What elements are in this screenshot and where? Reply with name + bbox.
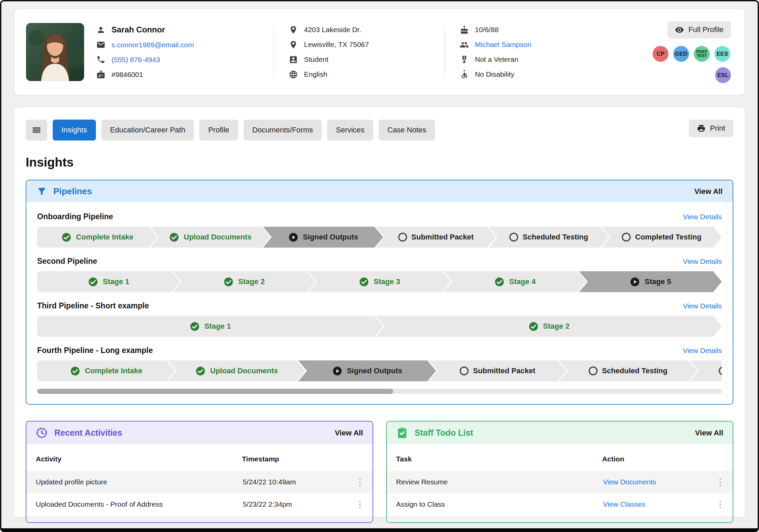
history-clock-icon	[36, 427, 48, 439]
recent-activities-card: Recent Activities View All Activity Time…	[26, 421, 373, 523]
clipboard-check-icon	[396, 427, 408, 439]
pipelines-view-all-link[interactable]: View All	[694, 187, 723, 196]
view-classes-link[interactable]: View Classes	[603, 500, 716, 508]
badge-esl: ESL	[715, 67, 731, 83]
pipelines-panel: Pipelines View All Onboarding Pipeline V…	[26, 180, 733, 405]
case-manager-link[interactable]: Michael Sampson	[475, 41, 531, 49]
kebab-menu-icon[interactable]	[716, 476, 725, 488]
hamburger-menu-button[interactable]	[26, 120, 47, 141]
id-row: #9846001	[96, 70, 274, 79]
badge-row-2: ESL	[653, 67, 731, 83]
pipeline-4-header: Fourth Pipeline - Long example View Deta…	[37, 346, 722, 355]
print-button[interactable]: Print	[689, 120, 733, 137]
activity-timestamp: 5/23/22 2:34pm	[243, 500, 356, 508]
kebab-menu-icon[interactable]	[716, 499, 725, 510]
recent-activities-title: Recent Activities	[54, 428, 122, 438]
pipeline-1-header: Onboarding Pipeline View Details	[37, 212, 722, 221]
funnel-icon	[36, 186, 47, 197]
stage-complete-intake[interactable]: Complete Intake	[37, 360, 175, 381]
stage-1[interactable]: Stage 1	[37, 271, 180, 292]
tab-insights[interactable]: Insights	[53, 120, 96, 141]
app-window: Sarah Connor s.connor1989@email.com (555…	[0, 0, 759, 532]
stage-completed-testing[interactable]: Completed Testing	[602, 227, 722, 248]
pipeline-1-view-details-link[interactable]: View Details	[683, 213, 722, 221]
birthday-value: 10/6/88	[475, 26, 499, 34]
stage-label: Complete Intake	[76, 233, 133, 242]
pipeline-horizontal-scrollbar[interactable]	[37, 389, 722, 394]
veteran-row: Not a Veteran	[460, 55, 651, 64]
stage-2[interactable]: Stage 2	[376, 316, 722, 337]
empty-circle-icon	[622, 233, 631, 242]
phone-link[interactable]: (555) 876-4943	[111, 56, 160, 64]
language-row: English	[289, 70, 445, 79]
stage-submitted-packet[interactable]: Submitted Packet	[376, 227, 496, 248]
tab-services[interactable]: Services	[327, 120, 373, 141]
check-circle-icon	[195, 366, 206, 376]
tab-profile[interactable]: Profile	[199, 120, 238, 141]
badge-cp: CP	[653, 46, 668, 62]
stage-2[interactable]: Stage 2	[173, 271, 315, 292]
todo-row: Assign to Class View Classes	[387, 493, 733, 515]
status-info-column: 10/6/88 Michael Sampson Not a Veteran No…	[445, 25, 651, 79]
stage-complete-intake[interactable]: Complete Intake	[37, 227, 157, 248]
stage-label: Stage 2	[238, 277, 264, 286]
disability-row: No Disability	[460, 70, 651, 79]
activity-timestamp: 5/24/22 10:49am	[243, 478, 356, 486]
activity-text: Uploaded Documents - Proof of Address	[36, 500, 243, 508]
scrollbar-thumb[interactable]	[37, 389, 393, 394]
pipelines-title: Pipelines	[53, 186, 92, 197]
stage-label: Stage 3	[374, 277, 400, 286]
email-link[interactable]: s.connor1989@email.com	[111, 41, 194, 49]
pipeline-2-view-details-link[interactable]: View Details	[683, 257, 722, 265]
kebab-menu-icon[interactable]	[356, 499, 364, 510]
pipeline-4-view-details-link[interactable]: View Details	[683, 347, 722, 355]
empty-circle-icon	[398, 233, 407, 242]
badge-post-test: POST TEST	[694, 46, 710, 62]
todo-table-header: Task Action	[387, 444, 733, 471]
tab-case-notes[interactable]: Case Notes	[379, 120, 435, 141]
stage-signed-outputs[interactable]: Signed Outputs	[263, 227, 383, 248]
stage-scheduled-testing[interactable]: Scheduled Testing	[559, 360, 697, 381]
stage-upload-documents[interactable]: Upload Documents	[168, 360, 305, 381]
student-id: #9846001	[111, 71, 143, 79]
stage-label: Scheduled Testing	[523, 233, 588, 242]
empty-circle-icon	[460, 366, 469, 375]
case-manager-row: Michael Sampson	[460, 40, 651, 49]
kebab-menu-icon[interactable]	[356, 476, 364, 488]
stage-1[interactable]: Stage 1	[37, 316, 383, 337]
profile-photo	[26, 23, 84, 81]
stage-upload-documents[interactable]: Upload Documents	[150, 227, 270, 248]
pipeline-3-view-details-link[interactable]: View Details	[683, 302, 722, 310]
profile-actions-column: Full Profile CP GED POST TEST EES ESL	[651, 21, 731, 83]
pipelines-panel-body: Onboarding Pipeline View Details Complet…	[26, 202, 733, 404]
view-documents-link[interactable]: View Documents	[603, 478, 716, 486]
recent-activities-view-all-link[interactable]: View All	[335, 429, 363, 437]
stage-submitted-packet[interactable]: Submitted Packet	[429, 360, 566, 381]
pipeline-2-header: Second Pipeline View Details	[37, 257, 722, 266]
stage-scheduled-testing[interactable]: Scheduled Testing	[489, 227, 609, 248]
empty-circle-icon	[589, 366, 598, 375]
email-row: s.connor1989@email.com	[96, 40, 274, 49]
check-circle-icon	[223, 277, 234, 287]
tab-bar: Insights Education/Career Path Profile D…	[26, 120, 733, 141]
stage-5[interactable]: Stage 5	[579, 271, 722, 292]
stage-label: Stage 4	[509, 277, 535, 286]
stage-signed-outputs[interactable]: Signed Outputs	[298, 360, 436, 381]
id-badge-icon	[96, 70, 105, 79]
todo-row: Review Resume View Documents	[387, 471, 733, 493]
full-profile-button[interactable]: Full Profile	[667, 21, 731, 39]
pipeline-1-stage-bar: Complete Intake Upload Documents Signed …	[37, 227, 722, 248]
wheelchair-icon	[460, 70, 469, 79]
activity-row: Uploaded Documents - Proof of Address 5/…	[26, 493, 373, 515]
staff-todo-view-all-link[interactable]: View All	[695, 429, 723, 437]
stage-label: Submitted Packet	[473, 366, 535, 375]
column-task: Task	[396, 455, 602, 463]
tab-education-career-path[interactable]: Education/Career Path	[101, 120, 194, 141]
staff-todo-card: Staff Todo List View All Task Action Rev…	[386, 421, 734, 523]
tab-documents-forms[interactable]: Documents/Forms	[244, 120, 322, 141]
stage-3[interactable]: Stage 3	[308, 271, 451, 292]
stage-4[interactable]: Stage 4	[444, 271, 586, 292]
bottom-cards-row: Recent Activities View All Activity Time…	[26, 421, 733, 523]
main-content-card: Insights Education/Career Path Profile D…	[14, 107, 745, 517]
eye-icon	[675, 25, 684, 34]
